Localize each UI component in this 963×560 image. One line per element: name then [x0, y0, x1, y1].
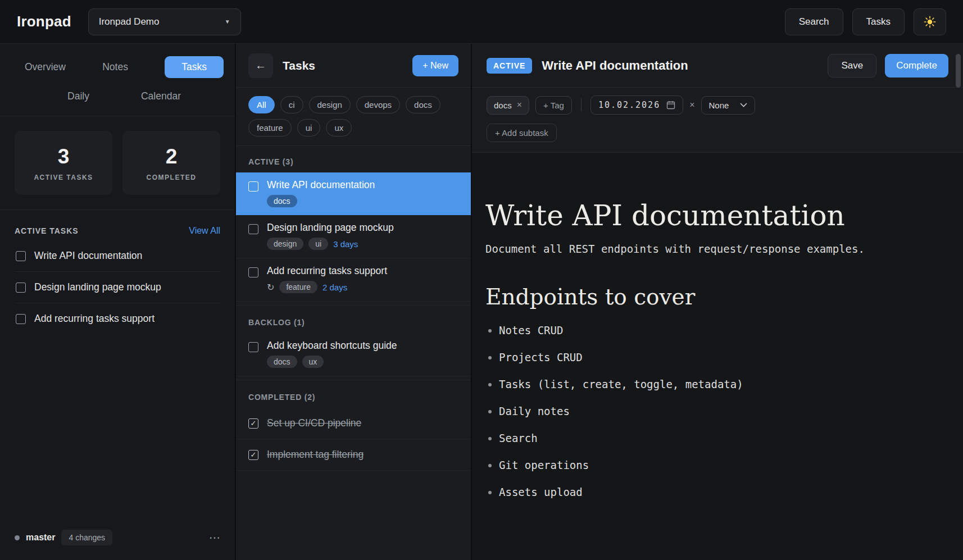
due-date-value: 10.02.2026	[598, 100, 660, 110]
add-subtask-button[interactable]: + Add subtask	[487, 124, 557, 142]
new-task-button[interactable]: + New	[412, 55, 458, 76]
chevron-down-icon	[740, 103, 747, 107]
task-body: Design landing page mockupdesignui3 days	[267, 222, 394, 250]
task-checkbox[interactable]	[248, 342, 258, 352]
task-meta: docsux	[267, 356, 397, 368]
task-row[interactable]: ✓Implement tag filtering	[236, 439, 471, 471]
branch-name[interactable]: master	[26, 532, 55, 543]
stat-card-active: 3 ACTIVE TASKS	[15, 131, 112, 195]
task-title: Design landing page mockup	[34, 281, 161, 293]
calendar-icon	[666, 101, 675, 110]
filter-chip-ux[interactable]: ux	[326, 119, 352, 136]
stat-card-completed: 2 COMPLETED	[122, 131, 220, 195]
task-title: Write API documentation	[267, 179, 375, 191]
task-row[interactable]: Add recurring tasks support↻feature2 day…	[236, 258, 471, 302]
tag-chip-feature: feature	[279, 281, 317, 293]
filter-chip-docs[interactable]: docs	[406, 96, 440, 113]
task-row[interactable]: Add keyboard shortcuts guidedocsux	[236, 333, 471, 376]
sidebar-nav: OverviewNotesTasks DailyCalendar	[0, 44, 235, 116]
clear-date-icon[interactable]: ×	[689, 101, 694, 110]
due-label: 2 days	[322, 283, 347, 292]
task-checkbox[interactable]	[248, 181, 258, 192]
task-row[interactable]: Write API documentationdocs	[236, 172, 471, 215]
doc-bullets: Notes CRUDProjects CRUDTasks (list, crea…	[485, 324, 929, 498]
sidebar-item-tasks[interactable]: Tasks	[165, 56, 224, 78]
tag-label: docs	[494, 101, 512, 110]
task-checkbox[interactable]: ✓	[248, 450, 258, 460]
filter-chip-ci[interactable]: ci	[280, 96, 303, 113]
project-selector-value: Ironpad Demo	[99, 16, 160, 28]
filter-chip-design[interactable]: design	[309, 96, 351, 113]
topbar-actions: Search Tasks	[785, 8, 946, 35]
sidebar-active-tasks: ACTIVE TASKS View All Write API document…	[0, 210, 235, 530]
filter-chip-all[interactable]: All	[248, 96, 275, 113]
save-button[interactable]: Save	[828, 54, 876, 78]
task-body: Add keyboard shortcuts guidedocsux	[267, 340, 397, 368]
task-title: Set up CI/CD pipeline	[267, 417, 361, 429]
task-sections: ACTIVE (3)Write API documentationdocsDes…	[236, 146, 471, 560]
task-checkbox[interactable]: ✓	[248, 418, 258, 429]
app-logo: Ironpad	[17, 13, 71, 30]
recurrence-select[interactable]: None	[701, 96, 756, 115]
task-checkbox[interactable]	[16, 251, 26, 261]
sidebar-item-overview[interactable]: Overview	[25, 58, 66, 76]
detail-title: Write API documentation	[542, 58, 688, 73]
task-checkbox[interactable]	[248, 267, 258, 277]
doc-heading: Write API documentation	[485, 199, 929, 233]
overflow-menu-icon[interactable]: ⋯	[209, 531, 220, 544]
tag-chip-ux: ux	[302, 356, 324, 368]
active-tasks-heading: ACTIVE TASKS	[15, 226, 79, 235]
section-header: BACKLOG (1)	[236, 305, 471, 333]
tag-pill-docs[interactable]: docs ×	[487, 96, 529, 115]
recurrence-value: None	[709, 101, 729, 110]
sidebar-nav-row1: OverviewNotesTasks	[25, 56, 224, 78]
theme-toggle-button[interactable]	[914, 8, 946, 35]
view-all-link[interactable]: View All	[189, 226, 220, 236]
sidebar-item-notes[interactable]: Notes	[102, 58, 128, 76]
remove-tag-icon[interactable]: ×	[517, 101, 522, 110]
sidebar-item-daily[interactable]: Daily	[67, 87, 89, 106]
scrollbar-thumb[interactable]	[956, 54, 961, 88]
sidebar-item-calendar[interactable]: Calendar	[141, 87, 181, 106]
filter-chip-devops[interactable]: devops	[356, 96, 400, 113]
search-button[interactable]: Search	[785, 8, 843, 35]
chevron-down-icon: ▼	[225, 19, 230, 25]
task-list-header: ← Tasks + New	[236, 44, 471, 88]
doc-bullet: Assets upload	[499, 486, 929, 498]
sidebar-task-row[interactable]: Design landing page mockup	[15, 272, 220, 303]
sidebar-footer: master 4 changes ⋯	[0, 530, 235, 560]
task-checkbox[interactable]	[248, 224, 258, 234]
stat-value: 2	[166, 145, 178, 169]
add-tag-button[interactable]: + Tag	[535, 96, 572, 115]
document-preview: Write API documentation Document all RES…	[472, 153, 963, 560]
complete-button[interactable]: Complete	[885, 54, 948, 78]
project-selector[interactable]: Ironpad Demo ▼	[88, 8, 241, 35]
sidebar-task-list: Write API documentationDesign landing pa…	[15, 240, 220, 334]
main-area: OverviewNotesTasks DailyCalendar 3 ACTIV…	[0, 44, 963, 560]
app-window: Ironpad Ironpad Demo ▼ Search Tasks	[0, 0, 963, 560]
detail-header: ACTIVE Write API documentation Save Comp…	[472, 44, 963, 88]
task-list-panel: ← Tasks + New Allcidesigndevopsdocsfeatu…	[236, 44, 472, 560]
due-date-input[interactable]: 10.02.2026	[590, 95, 683, 115]
task-checkbox[interactable]	[16, 283, 26, 293]
stat-value: 3	[58, 145, 70, 169]
panel-title: Tasks	[283, 59, 315, 72]
filter-chip-ui[interactable]: ui	[297, 119, 321, 136]
stats-cards: 3 ACTIVE TASKS 2 COMPLETED	[0, 116, 235, 210]
task-row[interactable]: Design landing page mockupdesignui3 days	[236, 215, 471, 258]
task-row[interactable]: ✓Set up CI/CD pipeline	[236, 408, 471, 439]
divider	[581, 98, 582, 112]
task-checkbox[interactable]	[16, 314, 26, 324]
detail-actions: Save Complete	[828, 54, 948, 78]
changes-badge[interactable]: 4 changes	[61, 530, 112, 545]
task-body: Set up CI/CD pipeline	[267, 417, 361, 429]
recurring-icon: ↻	[267, 282, 274, 293]
filter-chip-feature[interactable]: feature	[248, 119, 292, 136]
back-button[interactable]: ←	[248, 53, 273, 78]
tasks-button[interactable]: Tasks	[852, 8, 905, 35]
sidebar-task-row[interactable]: Write API documentation	[15, 240, 220, 272]
task-body: Implement tag filtering	[267, 449, 364, 461]
sidebar-task-row[interactable]: Add recurring tasks support	[15, 303, 220, 334]
sidebar: OverviewNotesTasks DailyCalendar 3 ACTIV…	[0, 44, 236, 560]
task-title: Add keyboard shortcuts guide	[267, 340, 397, 352]
